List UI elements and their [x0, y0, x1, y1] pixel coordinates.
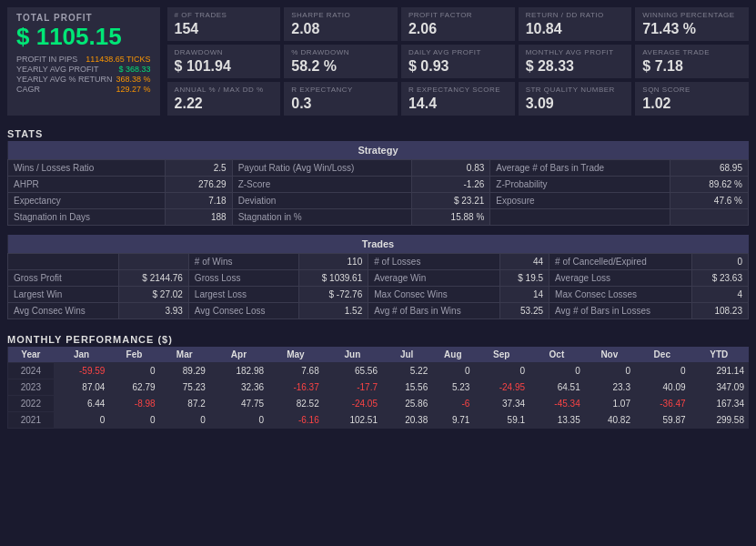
- trades-table-header: Trades: [8, 235, 749, 254]
- trades-row-2: Largest Win$ 27.02Largest Loss$ -72.76Ma…: [8, 287, 749, 303]
- monthly-cell-2-3: 47.75: [209, 396, 267, 412]
- metric-value-row2-3: $ 28.33: [526, 58, 574, 75]
- monthly-cell-1-8: -24.95: [474, 379, 529, 396]
- trades-cell-1-2: Gross Loss: [188, 270, 298, 287]
- strategy-cell-1-3: -1.26: [411, 177, 489, 193]
- metric-cell-row2-4: AVERAGE TRADE$ 7.18: [635, 45, 749, 78]
- metrics-row-row3: ANNUAL % / MAX DD %2.22R EXPECTANCY0.3R …: [167, 82, 749, 116]
- profit-in-pips-value: 111438.65 TICKS: [86, 55, 150, 64]
- monthly-cell-2-10: 1.07: [584, 396, 634, 412]
- yearly-avg-pct-label: YEARLY AVG % RETURN: [16, 75, 113, 84]
- monthly-cell-3-3: 0: [209, 412, 267, 429]
- strategy-cell-1-0: AHPR: [8, 177, 166, 193]
- trades-cell-0-4: # of Losses: [368, 254, 499, 270]
- trades-cell-2-2: Largest Loss: [188, 287, 298, 303]
- monthly-cell-2-12: 167.34: [690, 396, 748, 412]
- metric-label-row3-3: STR QUALITY NUMBER: [526, 86, 615, 94]
- metric-value-row2-1: 58.2 %: [291, 58, 337, 75]
- yearly-avg-profit-row: YEARLY AVG PROFIT $ 368.33: [16, 65, 151, 74]
- strategy-cell-2-1: 7.18: [165, 193, 232, 209]
- metric-value-row3-2: 14.4: [408, 96, 437, 112]
- trades-table: Trades # of Wins110# of Losses44# of Can…: [7, 235, 749, 319]
- cagr-value: 129.27 %: [116, 85, 151, 94]
- trades-cell-3-2: Avg Consec Loss: [188, 303, 298, 319]
- trades-cell-1-5: $ 19.5: [499, 270, 549, 287]
- monthly-cell-1-6: 15.56: [382, 379, 432, 396]
- yearly-avg-profit-label: YEARLY AVG PROFIT: [16, 65, 99, 74]
- monthly-cell-3-2: 0: [159, 412, 209, 429]
- trades-cell-1-7: $ 23.63: [692, 270, 749, 287]
- strategy-cell-3-3: 15.88 %: [411, 209, 489, 226]
- monthly-cell-0-9: 0: [529, 363, 585, 379]
- metric-label-row1-3: RETURN / DD RATIO: [526, 11, 604, 19]
- trades-cell-0-5: 44: [499, 254, 549, 270]
- trades-cell-0-1: [119, 254, 189, 270]
- monthly-header-0: Year: [8, 347, 55, 363]
- trades-row-0: # of Wins110# of Losses44# of Cancelled/…: [8, 254, 749, 270]
- monthly-header-13: YTD: [690, 347, 748, 363]
- metric-value-row1-3: 10.84: [526, 21, 562, 37]
- strategy-cell-3-5: [670, 209, 748, 226]
- profit-in-pips-label: PROFIT IN PIPS: [16, 55, 77, 64]
- strategy-cell-0-4: Average # of Bars in Trade: [490, 160, 670, 177]
- monthly-header-2: Feb: [109, 347, 159, 363]
- metric-label-row1-1: SHARPE RATIO: [291, 11, 350, 19]
- metric-cell-row3-3: STR QUALITY NUMBER3.09: [519, 82, 632, 116]
- metric-label-row2-0: DRAWDOWN: [175, 48, 223, 56]
- monthly-header-12: Dec: [634, 347, 690, 363]
- strategy-cell-2-3: $ 23.21: [411, 193, 489, 209]
- trades-section: Trades # of Wins110# of Losses44# of Can…: [0, 235, 756, 323]
- metric-cell-row2-3: MONTHLY AVG PROFIT$ 28.33: [519, 45, 632, 78]
- strategy-cell-3-4: [490, 209, 670, 226]
- total-profit-value: $ 1105.15: [16, 23, 151, 51]
- trades-cell-0-2: # of Wins: [188, 254, 298, 270]
- monthly-section: YearJanFebMarAprMayJunJulAugSepOctNovDec…: [0, 347, 756, 432]
- monthly-row-3: 20210000-6.16102.5120.389.7159.113.3540.…: [8, 412, 749, 429]
- trades-cell-0-6: # of Cancelled/Expired: [549, 254, 692, 270]
- trades-cell-3-5: 53.25: [499, 303, 549, 319]
- monthly-cell-1-7: 5.23: [432, 379, 474, 396]
- trades-cell-2-6: Max Consec Losses: [549, 287, 692, 303]
- trades-cell-1-6: Average Loss: [549, 270, 692, 287]
- metric-cell-row1-2: PROFIT FACTOR2.06: [401, 7, 515, 41]
- strategy-cell-3-2: Stagnation in %: [232, 209, 411, 226]
- strategy-table: Strategy Wins / Losses Ratio2.5Payout Ra…: [7, 141, 749, 226]
- metric-cell-row3-1: R EXPECTANCY0.3: [284, 82, 398, 116]
- trades-row-3: Avg Consec Wins3.93Avg Consec Loss1.52Av…: [8, 303, 749, 319]
- strategy-cell-2-4: Exposure: [490, 193, 670, 209]
- monthly-cell-0-6: 5.22: [382, 363, 432, 379]
- trades-cell-1-4: Average Win: [368, 270, 499, 287]
- monthly-cell-2-7: -6: [432, 396, 474, 412]
- strategy-cell-2-5: 47.6 %: [670, 193, 748, 209]
- metric-label-row3-4: SQN SCORE: [642, 86, 690, 94]
- monthly-year-2: 2022: [8, 396, 55, 412]
- metric-label-row3-1: R EXPECTANCY: [291, 86, 353, 94]
- trades-cell-2-4: Max Consec Wins: [368, 287, 499, 303]
- metric-value-row2-4: $ 7.18: [642, 58, 682, 75]
- metric-value-row3-0: 2.22: [175, 96, 203, 112]
- monthly-cell-3-5: 102.51: [323, 412, 381, 429]
- metric-cell-row2-1: % DRAWDOWN58.2 %: [284, 45, 398, 78]
- metrics-grid: # OF TRADES154SHARPE RATIO2.08PROFIT FAC…: [167, 7, 749, 116]
- monthly-header-6: Jun: [323, 347, 381, 363]
- metric-cell-row2-2: DAILY AVG PROFIT$ 0.93: [401, 45, 515, 78]
- monthly-cell-2-9: -45.34: [529, 396, 585, 412]
- cagr-row: CAGR 129.27 %: [16, 85, 151, 94]
- trades-cell-2-7: 4: [692, 287, 749, 303]
- metric-cell-row3-2: R EXPECTANCY SCORE14.4: [401, 82, 515, 116]
- metric-value-row1-4: 71.43 %: [642, 21, 696, 37]
- metric-cell-row1-3: RETURN / DD RATIO10.84: [519, 7, 632, 41]
- monthly-cell-2-8: 37.34: [474, 396, 529, 412]
- strategy-cell-3-0: Stagnation in Days: [8, 209, 166, 226]
- monthly-cell-1-3: 32.36: [209, 379, 267, 396]
- trades-cell-3-0: Avg Consec Wins: [8, 303, 119, 319]
- metric-label-row1-4: WINNING PERCENTAGE: [642, 11, 734, 19]
- metric-label-row1-0: # OF TRADES: [175, 11, 227, 19]
- monthly-cell-0-5: 65.56: [323, 363, 381, 379]
- metric-value-row3-3: 3.09: [526, 96, 554, 112]
- monthly-row-0: 2024-59.59089.29182.987.6865.565.2200000…: [8, 363, 749, 379]
- metric-label-row2-3: MONTHLY AVG PROFIT: [526, 48, 614, 56]
- trades-cell-1-1: $ 2144.76: [119, 270, 189, 287]
- metric-value-row1-0: 154: [175, 21, 199, 37]
- monthly-header-5: May: [268, 347, 324, 363]
